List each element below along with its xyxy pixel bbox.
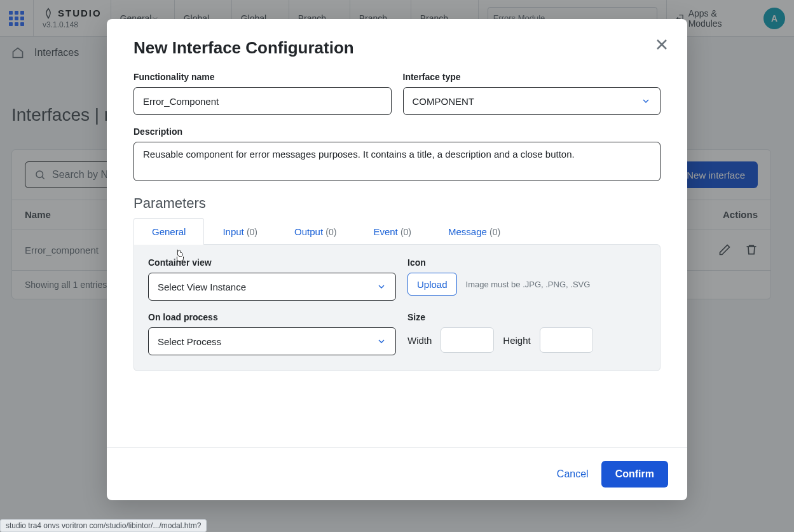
- olp-label: On load process: [148, 312, 396, 322]
- upload-button[interactable]: Upload: [407, 273, 457, 296]
- desc-label: Description: [133, 126, 661, 137]
- height-input[interactable]: [540, 327, 593, 353]
- tab-panel-general: Container view Select View Instance Icon…: [133, 244, 661, 371]
- fn-label: Functionality name: [133, 72, 392, 82]
- chevron-down-icon: [641, 96, 651, 106]
- chevron-down-icon: [376, 282, 387, 292]
- cv-label: Container view: [148, 257, 396, 268]
- tab-event[interactable]: Event (0): [355, 218, 430, 245]
- cancel-button[interactable]: Cancel: [557, 468, 589, 480]
- modal-title: New Interface Configuration: [133, 38, 661, 58]
- close-icon: [654, 37, 669, 52]
- params-tabs: General Input (0) Output (0) Event (0) M…: [133, 218, 661, 245]
- fn-input[interactable]: Error_Component: [133, 87, 392, 115]
- tab-general[interactable]: General: [133, 218, 204, 245]
- close-button[interactable]: [654, 37, 669, 55]
- type-select[interactable]: COMPONENT: [403, 87, 661, 115]
- size-label: Size: [407, 312, 646, 322]
- new-interface-modal: New Interface Configuration Functionalit…: [107, 19, 687, 500]
- tab-output[interactable]: Output (0): [276, 218, 355, 245]
- desc-input[interactable]: [133, 142, 661, 181]
- olp-select[interactable]: Select Process: [148, 327, 396, 355]
- upload-hint: Image must be .JPG, .PNG, .SVG: [466, 280, 591, 289]
- confirm-button[interactable]: Confirm: [601, 461, 668, 488]
- chevron-down-icon: [376, 336, 387, 346]
- params-heading: Parameters: [133, 195, 661, 212]
- height-label: Height: [503, 335, 530, 346]
- width-label: Width: [407, 335, 432, 346]
- modal-footer: Cancel Confirm: [107, 447, 687, 500]
- width-input[interactable]: [441, 327, 494, 353]
- tab-input[interactable]: Input (0): [204, 218, 276, 245]
- icon-label: Icon: [407, 257, 646, 268]
- status-bar: studio tra4 onvs voritron com/studio/lib…: [0, 519, 207, 532]
- type-label: Interface type: [403, 72, 661, 82]
- tab-message[interactable]: Message (0): [430, 218, 519, 245]
- cv-select[interactable]: Select View Instance: [148, 273, 396, 301]
